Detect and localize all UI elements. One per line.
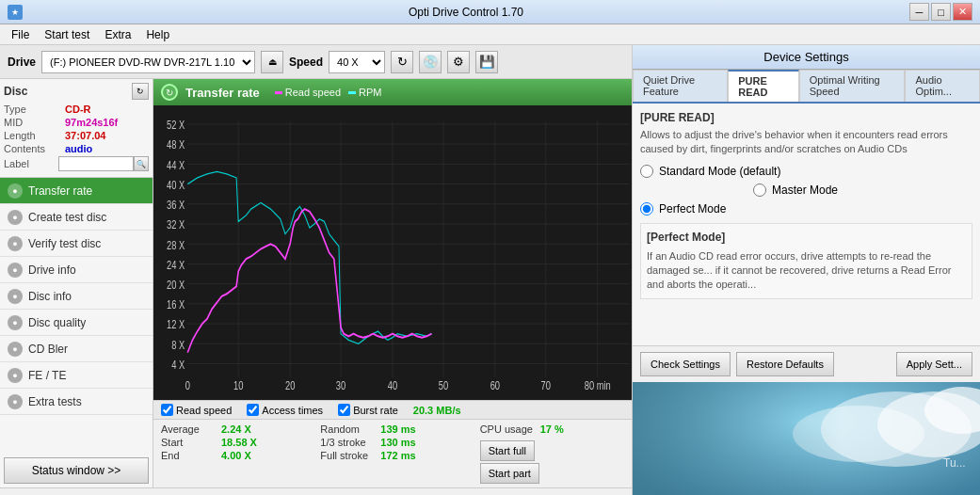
apply-settings-button[interactable]: Apply Sett... <box>896 352 972 376</box>
title-bar: ★ Opti Drive Control 1.70 ─ □ ✕ <box>0 0 980 24</box>
read-speed-checkbox-label[interactable]: Read speed <box>161 404 232 416</box>
maximize-button[interactable]: □ <box>931 3 951 21</box>
settings-footer: Check Settings Restore Defaults Apply Se… <box>633 345 980 382</box>
nav-item-fe-te-label: FE / TE <box>28 369 66 382</box>
read-speed-checkbox[interactable] <box>161 404 173 416</box>
restore-defaults-button[interactable]: Restore Defaults <box>736 352 834 376</box>
nav-items: ● Transfer rate ● Create test disc ● Ver… <box>0 178 153 454</box>
nav-item-cd-bler-label: CD Bler <box>28 343 68 356</box>
mode-description-text: If an Audio CD read error occurs, drive … <box>647 249 966 293</box>
disc-contents-label: Contents <box>4 143 65 154</box>
rpm-color <box>348 91 356 94</box>
disc-type-label: Type <box>4 104 65 115</box>
detail-col-middle: Random 139 ms 1/3 stroke 130 ms Full str… <box>320 423 464 484</box>
read-speed-color <box>275 91 282 94</box>
speed-label: Speed <box>289 56 323 69</box>
nav-item-disc-info[interactable]: ● Disc info <box>0 283 153 310</box>
left-panel: Drive (F:) PIONEER DVD-RW DVR-217L 1.10 … <box>0 45 633 495</box>
perfect-mode-label[interactable]: Perfect Mode <box>640 202 972 216</box>
close-button[interactable]: ✕ <box>953 3 972 21</box>
disc-icon-button[interactable]: 💿 <box>419 51 442 73</box>
start-full-button[interactable]: Start full <box>480 440 535 461</box>
nav-item-disc-quality[interactable]: ● Disc quality <box>0 310 153 336</box>
transfer-rate-icon: ● <box>8 184 23 199</box>
speed-select[interactable]: 40 X <box>329 51 385 73</box>
check-settings-button[interactable]: Check Settings <box>640 352 731 376</box>
verify-test-disc-icon: ● <box>8 236 23 251</box>
arrow-icon-button[interactable]: ↻ <box>391 51 413 73</box>
standard-mode-radio[interactable] <box>640 165 653 178</box>
access-times-checkbox-label[interactable]: Access times <box>247 404 323 416</box>
nav-item-disc-quality-label: Disc quality <box>28 316 86 329</box>
settings-icon-button[interactable]: ⚙ <box>447 51 470 73</box>
svg-text:48 X: 48 X <box>167 138 185 151</box>
status-window-button[interactable]: Status window >> <box>4 457 149 484</box>
detail-stats: Average 2.24 X Start 18.58 X End 4.00 X <box>153 420 632 487</box>
svg-text:70: 70 <box>541 379 551 391</box>
nav-item-transfer-rate[interactable]: ● Transfer rate <box>0 178 153 204</box>
disc-length-value: 37:07.04 <box>65 130 105 141</box>
menu-extra[interactable]: Extra <box>97 26 138 43</box>
master-mode-text: Master Mode <box>772 184 838 197</box>
svg-text:0: 0 <box>185 379 190 391</box>
extra-tests-icon: ● <box>8 394 23 409</box>
svg-text:60: 60 <box>490 379 500 391</box>
standard-mode-label[interactable]: Standard Mode (default) <box>640 165 972 178</box>
svg-text:16 X: 16 X <box>167 298 185 311</box>
tab-audio-optim[interactable]: Audio Optim... <box>905 70 980 102</box>
svg-text:44 X: 44 X <box>167 159 185 171</box>
tab-optimal-writing[interactable]: Optimal Writing Speed <box>799 70 906 102</box>
status-window-label: Status window >> <box>32 464 121 477</box>
svg-text:50: 50 <box>439 379 448 391</box>
svg-text:32 X: 32 X <box>167 218 185 231</box>
disc-mid-label: MID <box>4 117 65 128</box>
minimize-button[interactable]: ─ <box>909 3 929 21</box>
nav-item-drive-info[interactable]: ● Drive info <box>0 257 153 283</box>
legend-read-speed: Read speed <box>275 87 341 98</box>
mode-title: [Perfect Mode] <box>647 230 966 246</box>
menu-file[interactable]: File <box>4 26 37 43</box>
perfect-mode-radio[interactable] <box>640 202 653 216</box>
start-part-button[interactable]: Start part <box>480 463 539 484</box>
disc-refresh-button[interactable]: ↻ <box>132 83 149 100</box>
main-layout: Drive (F:) PIONEER DVD-RW DVR-217L 1.10 … <box>0 45 980 495</box>
nav-item-cd-bler[interactable]: ● CD Bler <box>0 336 153 362</box>
status-bar: Test completed 100.0% 0:03 🕐 <box>0 487 632 495</box>
svg-text:28 X: 28 X <box>167 238 185 250</box>
menu-help[interactable]: Help <box>138 26 177 43</box>
nav-item-verify-test-disc[interactable]: ● Verify test disc <box>0 231 153 257</box>
nav-item-create-test-disc[interactable]: ● Create test disc <box>0 204 153 231</box>
drive-bar: Drive (F:) PIONEER DVD-RW DVR-217L 1.10 … <box>0 45 632 79</box>
window-controls: ─ □ ✕ <box>909 3 972 21</box>
menu-start-test[interactable]: Start test <box>37 26 97 43</box>
mode-radio-group: Standard Mode (default) Master Mode Perf… <box>640 165 972 216</box>
tab-pure-read[interactable]: PURE READ <box>728 70 799 102</box>
access-times-checkbox[interactable] <box>247 404 259 416</box>
chart-svg: 52 X 48 X 44 X 40 X 36 X 32 X 28 X 24 X … <box>153 109 632 396</box>
burst-rate-checkbox-label[interactable]: Burst rate <box>338 404 398 416</box>
disc-contents-value: audio <box>65 143 92 154</box>
nav-item-fe-te[interactable]: ● FE / TE <box>0 362 153 389</box>
cpu-row: CPU usage 17 % <box>480 423 624 435</box>
cd-bler-icon: ● <box>8 342 23 357</box>
onethird-row: 1/3 stroke 130 ms <box>320 437 464 448</box>
nav-item-extra-tests[interactable]: ● Extra tests <box>0 389 153 415</box>
eject-button[interactable]: ⏏ <box>261 51 283 73</box>
drive-select[interactable]: (F:) PIONEER DVD-RW DVR-217L 1.10 <box>41 51 255 73</box>
svg-text:30: 30 <box>336 379 345 391</box>
burst-rate-checkbox[interactable] <box>338 404 350 416</box>
svg-text:4 X: 4 X <box>171 359 185 371</box>
disc-label-scan-button[interactable]: 🔍 <box>134 156 149 171</box>
master-mode-label[interactable]: Master Mode <box>753 184 972 197</box>
disc-length-label: Length <box>4 130 65 141</box>
tab-quiet-drive[interactable]: Quiet Drive Feature <box>633 70 728 102</box>
device-settings-title-bar: Device Settings <box>633 45 980 70</box>
save-icon-button[interactable]: 💾 <box>475 51 498 73</box>
start-value: 18.58 X <box>221 437 257 448</box>
disc-label-input[interactable] <box>58 156 134 171</box>
burst-rate-value: 20.3 MB/s <box>413 405 461 416</box>
content-area: Disc ↻ Type CD-R MID 97m24s16f Length 37… <box>0 79 632 487</box>
end-label: End <box>161 450 217 461</box>
fullstroke-row: Full stroke 172 ms <box>320 450 464 461</box>
master-mode-radio[interactable] <box>753 184 766 197</box>
